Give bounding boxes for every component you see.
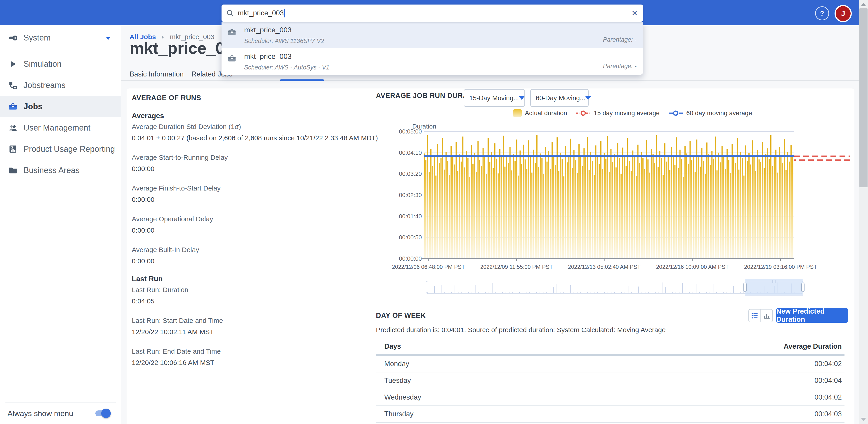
search-results-dropdown: mkt_price_003 Scheduler: AWS 1136SP7 V2 … [221,22,643,75]
actual-duration-swatch [513,109,522,117]
svg-text:00:04:10: 00:04:10 [399,149,422,156]
15-day-moving-average-marker [576,110,591,116]
column-header-days: Days [384,342,401,350]
table-row-monday: Monday00:04:02 [376,356,844,372]
stat-last-run-end-date-and-time: Last Run: End Date and Time12/20/22 10:0… [132,347,358,367]
view-toggle-group [748,309,773,322]
folder-icon [8,166,18,175]
tab-bar-divider [121,80,868,81]
search-icon [225,8,235,18]
always-show-menu-label: Always show menu [7,409,73,418]
scroll-up-arrow-icon[interactable] [861,3,866,6]
sidebar-item-user-management[interactable]: User Management [0,117,121,139]
svg-text:2022/12/16 10:09:00 AM PST: 2022/12/16 10:09:00 AM PST [656,264,728,270]
brush-selection [744,279,804,295]
caret-down-icon [585,96,591,100]
last-run-list: Last Run: Duration0:04:05 Last Run: Star… [132,286,358,367]
search-value: mkt_price_003 [238,9,284,17]
day-of-week-table: Days Average Duration Monday00:04:02 Tue… [376,338,844,423]
legend-item-60-day-moving-average: 60 day moving average [668,110,752,117]
new-predicted-duration-button[interactable]: New Predicted Duration [776,308,848,323]
global-search-input[interactable]: mkt_price_003 ✕ [221,4,643,22]
svg-text:00:00:00: 00:00:00 [399,255,422,262]
list-view-button[interactable] [749,310,761,322]
table-row-tuesday: Tuesday00:04:04 [376,372,844,389]
avatar[interactable]: J [835,5,852,22]
group-title-averages: Averages [132,112,358,120]
search-result-mkt-price-003[interactable]: mkt_price_003 Scheduler: AWS - AutoSys -… [221,48,643,75]
jobstream-icon [8,81,18,90]
sidebar-item-system[interactable]: System [0,27,121,49]
briefcase-blue-icon [8,102,18,111]
sidebar-item-jobs[interactable]: Jobs [0,96,121,117]
chart-range-selector[interactable] [375,277,859,301]
text-cursor [284,9,285,18]
section-title-average-of-runs: AVERAGE OF RUNS [132,94,358,102]
table-row-wednesday: Wednesday00:04:02 [376,389,844,406]
svg-text:00:02:30: 00:02:30 [399,192,422,198]
moving-average-15-select[interactable]: 15-Day Moving... [464,89,525,107]
stat-last-run-duration: Last Run: Duration0:04:05 [132,286,358,305]
report-icon [8,144,18,154]
column-divider [566,340,566,354]
system-icon [8,33,18,43]
group-title-last-run: Last Run [132,275,358,283]
svg-text:00:01:40: 00:01:40 [399,213,422,220]
caret-down-icon [519,96,525,100]
chart-legend: Actual duration 15 day moving average 60… [513,108,752,118]
sidebar-item-product-usage-reporting[interactable]: Product Usage Reporting [0,139,121,160]
averages-list: Average Duration Std Deviation (1σ)0:04:… [132,123,358,265]
briefcase-icon [227,28,237,37]
stat-average-start-to-running-delay: Average Start-to-Running Delay0:00:00 [132,153,358,173]
sidebar-item-jobstreams[interactable]: Jobstreams [0,75,121,96]
chart-view-button[interactable] [761,310,772,322]
search-result-mkt-price-003[interactable]: mkt_price_003 Scheduler: AWS 1136SP7 V2 … [221,22,643,48]
svg-text:2022/12/06 06:48:00 PM PST: 2022/12/06 06:48:00 PM PST [392,264,465,270]
duration-chart: Duration00:05:0000:04:1000:03:2000:02:30… [375,120,859,275]
vertical-scrollbar [859,0,868,424]
sidebar-footer: Always show menu [0,406,121,421]
always-show-menu-toggle[interactable] [95,411,110,416]
stat-average-built-in-delay: Average Built-In Delay0:00:00 [132,246,358,265]
legend-item-15-day-moving-average: 15 day moving average [576,110,659,117]
play-icon [8,59,18,69]
column-header-average-duration: Average Duration [784,342,842,350]
svg-text:00:00:50: 00:00:50 [399,234,422,241]
users-icon [8,123,18,133]
table-row-thursday: Thursday00:04:03 [376,406,844,423]
briefcase-icon [227,54,237,63]
moving-average-60-select[interactable]: 60-Day Moving... [530,89,589,107]
stat-average-finish-to-start-delay: Average Finish-to-Start Delay0:00:00 [132,184,358,204]
svg-text:2022/12/09 11:55:00 PM PST: 2022/12/09 11:55:00 PM PST [480,264,553,270]
svg-text:00:03:20: 00:03:20 [399,170,422,177]
legend-item-actual-duration: Actual duration [513,109,567,117]
app-root: All Jobs mkt_price_003 mkt_price_003 Bas… [0,0,868,424]
60-day-moving-average-marker [668,110,683,116]
scroll-down-arrow-icon[interactable] [861,418,866,421]
table-header-row: Days Average Duration [376,338,844,356]
active-tab-underline [280,79,324,81]
sidebar-item-business-areas[interactable]: Business Areas [0,160,121,181]
chart-view-icon [763,312,771,319]
help-button[interactable]: ? [815,6,829,20]
stat-average-duration-std-deviation-1-: Average Duration Std Deviation (1σ)0:04:… [132,123,358,142]
clear-search-icon[interactable]: ✕ [631,8,638,18]
stat-last-run-start-date-and-time: Last Run: Start Date and Time12/20/22 10… [132,316,358,336]
toggle-knob [101,408,111,418]
predicted-duration-text: Predicted duration is: 0:04:01. Source o… [376,326,666,334]
list-view-icon [751,312,758,319]
stat-average-operational-delay: Average Operational Delay0:00:00 [132,215,358,234]
section-title-day-of-week: DAY OF WEEK [376,312,426,320]
sidebar-item-simulation[interactable]: Simulation [0,53,121,75]
scrollbar-thumb[interactable] [860,8,868,187]
sidebar-footer-divider [5,402,116,403]
svg-text:2022/12/13 05:02:40 AM PST: 2022/12/13 05:02:40 AM PST [568,264,641,270]
sidebar: System Simulation Jobstreams Jobs User M… [0,25,121,424]
svg-text:2022/12/19 03:16:00 PM PST: 2022/12/19 03:16:00 PM PST [744,264,817,270]
caret-down-icon [105,34,112,41]
tab-basic-information[interactable]: Basic Information [129,70,184,78]
average-of-runs-panel: AVERAGE OF RUNS Averages Average Duratio… [132,94,358,367]
svg-text:00:05:00: 00:05:00 [399,128,422,135]
